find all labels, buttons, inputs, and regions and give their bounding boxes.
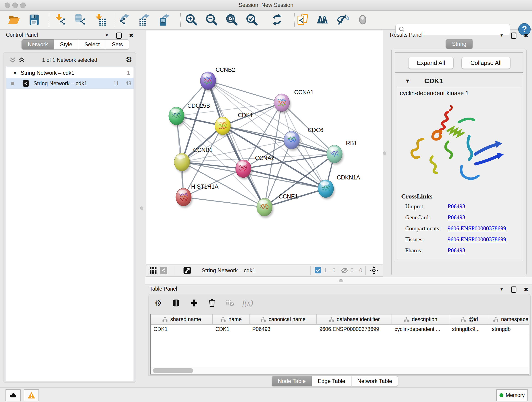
tab-network[interactable]: Network: [22, 39, 54, 50]
table-cell[interactable]: P06493: [249, 325, 317, 334]
table-cell[interactable]: cyclin-dependent ...: [392, 325, 449, 334]
network-edge-CCNB2-RB1[interactable]: [208, 81, 335, 154]
table-cell[interactable]: stringdb: [489, 325, 532, 334]
collection-expander-icon[interactable]: ▼: [13, 70, 17, 75]
right-splitter-grip[interactable]: [383, 152, 386, 155]
horizontal-splitter[interactable]: [145, 277, 532, 285]
string-network-icon: [22, 80, 29, 87]
table-panel-close-icon[interactable]: ✖: [524, 286, 528, 293]
table-panel-float-icon[interactable]: [511, 287, 516, 293]
tab-style[interactable]: Style: [54, 39, 78, 50]
zoom-selected-button[interactable]: [244, 12, 260, 27]
results-panel-menu-icon[interactable]: ▼: [500, 33, 504, 38]
protein-card-header[interactable]: ▼ CDK1: [395, 75, 523, 87]
export-network-button[interactable]: [117, 12, 133, 27]
network-canvas[interactable]: CCNB2CCNA1CDC25BCDK1CDC6RB1CCNB1CCNA2CDK…: [146, 31, 383, 264]
show-columns-icon[interactable]: [171, 298, 181, 308]
grid-mode-icon[interactable]: [149, 267, 157, 274]
tab-string[interactable]: String: [446, 39, 473, 49]
import-table-button[interactable]: [92, 12, 108, 27]
toolbar-separator: [49, 13, 49, 27]
network-edge-CCNA2-HIST1H1A[interactable]: [184, 169, 243, 197]
table-horizontal-scrollbar[interactable]: [151, 367, 529, 374]
expand-all-button[interactable]: Expand All: [408, 57, 454, 69]
control-panel-float-icon[interactable]: [116, 32, 122, 39]
warning-button[interactable]: [24, 389, 39, 401]
save-session-button[interactable]: [26, 12, 42, 27]
column-header-at-id[interactable]: @id: [449, 314, 489, 324]
column-header-description[interactable]: description: [392, 314, 449, 324]
crosslink-link[interactable]: P06493: [448, 214, 465, 221]
tab-select[interactable]: Select: [78, 39, 106, 50]
current-network-indicator-icon: [11, 82, 14, 85]
network-view-icon[interactable]: [160, 267, 167, 274]
export-table-button[interactable]: [137, 12, 153, 27]
zoom-in-button[interactable]: [183, 12, 199, 27]
crosslink-label: GeneCard:: [405, 214, 448, 221]
column-header-label: database identifier: [337, 316, 380, 322]
table-row[interactable]: CDK1CDK1P064939606.ENSP00000378699cyclin…: [151, 325, 529, 334]
fit-content-crosshair-icon[interactable]: [369, 266, 379, 275]
table-cell[interactable]: CDK1: [151, 325, 213, 334]
scrollbar-thumb[interactable]: [152, 368, 193, 373]
import-network-file-button[interactable]: [52, 12, 68, 27]
network-row[interactable]: String Network – cdk1 11 48: [6, 78, 133, 89]
collapse-all-button[interactable]: Collapse All: [462, 57, 510, 69]
table-options-gear-icon[interactable]: ⚙: [153, 298, 163, 308]
hide-graphics-details-button[interactable]: [335, 12, 351, 27]
update-button[interactable]: [269, 12, 285, 27]
column-header-name[interactable]: name: [213, 314, 249, 324]
network-edge-CCNB2-CCNA1[interactable]: [208, 81, 282, 103]
splitter-grip[interactable]: [339, 279, 343, 282]
protein-card-expander-icon[interactable]: ▼: [406, 78, 409, 83]
network-options-gear-icon[interactable]: ⚙: [126, 55, 132, 64]
column-header-database-identifier[interactable]: database identifier: [317, 314, 392, 324]
network-node-CDC6[interactable]: CDC6: [284, 127, 323, 151]
selected-count-checkbox[interactable]: [315, 267, 321, 274]
table-cell[interactable]: stringdb:9...: [449, 325, 489, 334]
show-details-button[interactable]: [314, 12, 330, 27]
clone-network-button[interactable]: [294, 12, 310, 27]
column-header-shared-name[interactable]: shared name: [151, 314, 213, 324]
crosslink-link[interactable]: 9606.ENSP00000378699: [448, 236, 506, 243]
memory-button[interactable]: Memory: [496, 389, 528, 401]
table-cell[interactable]: 9606.ENSP00000378699: [317, 325, 392, 334]
network-node-RB1[interactable]: RB1: [327, 140, 357, 165]
crosslink-link[interactable]: P06493: [448, 247, 465, 254]
results-panel-close-icon[interactable]: ✖: [524, 32, 528, 39]
tab-node-table[interactable]: Node Table: [272, 376, 312, 386]
clone-network-icon: [296, 13, 309, 26]
network-collection-row[interactable]: ▼ String Network – cdk1 1: [6, 68, 133, 78]
crosslink-link[interactable]: P06493: [448, 203, 465, 210]
table-panel-menu-icon[interactable]: ▼: [500, 287, 504, 292]
protein-result-card: ▼ CDK1 cyclin-dependent kinase 1: [395, 75, 523, 261]
tab-sets[interactable]: Sets: [106, 39, 129, 50]
table-cell[interactable]: CDK1: [213, 325, 249, 334]
crosslink-link[interactable]: 9606.ENSP00000378699: [448, 225, 506, 232]
import-network-database-button[interactable]: [72, 12, 88, 27]
create-column-icon[interactable]: [189, 298, 199, 308]
tab-network-table[interactable]: Network Table: [351, 376, 399, 386]
results-panel-float-icon[interactable]: [511, 32, 516, 39]
control-panel-close-icon[interactable]: ✖: [129, 32, 133, 39]
import-database-icon: [74, 13, 87, 26]
show-graphics-details-button[interactable]: [355, 12, 371, 27]
column-header-canonical-name[interactable]: canonical name: [249, 314, 317, 324]
tab-edge-table[interactable]: Edge Table: [312, 376, 351, 386]
node-label-CCNA2: CCNA2: [255, 155, 274, 161]
left-splitter-grip[interactable]: [140, 206, 143, 210]
delete-column-icon[interactable]: [207, 298, 217, 308]
zoom-fit-button[interactable]: [223, 12, 239, 27]
open-session-button[interactable]: [6, 12, 22, 27]
network-node-HIST1H1A[interactable]: HIST1H1A: [176, 183, 219, 208]
control-panel-menu-icon[interactable]: ▼: [105, 33, 109, 38]
cloud-button[interactable]: [6, 389, 21, 401]
network-panel-body: 1 of 1 Network selected ⚙ ▼ String Netwo…: [3, 52, 136, 383]
export-image-button[interactable]: [157, 12, 173, 27]
network-node-CDKN1A[interactable]: CDKN1A: [318, 174, 360, 199]
network-node-CCNA1[interactable]: CCNA1: [274, 89, 314, 114]
zoom-out-button[interactable]: [203, 12, 219, 27]
birdseye-view-icon[interactable]: [183, 267, 191, 274]
column-header-namespace[interactable]: namespace: [489, 314, 532, 324]
network-edge-HIST1H1A-CCNE1[interactable]: [184, 197, 264, 207]
